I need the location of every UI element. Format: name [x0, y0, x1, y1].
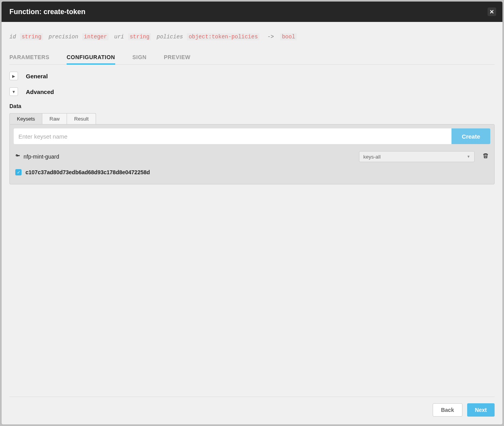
sig-param-type: string — [20, 33, 43, 40]
modal-title: Function: create-token — [9, 8, 85, 16]
trash-icon[interactable] — [482, 153, 489, 161]
predicate-select[interactable]: keys-all ▼ — [359, 151, 475, 162]
sig-param-name: precision — [49, 34, 78, 40]
sig-param-name: policies — [157, 34, 183, 40]
keyset-right: keys-all ▼ — [359, 151, 489, 162]
section-advanced: ▼ Advanced — [9, 87, 495, 96]
modal-header: Function: create-token ✕ — [2, 2, 502, 22]
close-icon: ✕ — [489, 9, 494, 15]
main-tabs: PARAMETERS CONFIGURATION SIGN PREVIEW — [9, 52, 495, 65]
subtab-result[interactable]: Result — [67, 113, 96, 124]
predicate-value: keys-all — [363, 154, 381, 160]
section-general: ▶ General — [9, 72, 495, 80]
section-title-advanced: Advanced — [26, 88, 54, 95]
check-icon: ✓ — [17, 170, 20, 175]
tab-configuration[interactable]: CONFIGURATION — [67, 52, 115, 64]
create-keyset-row: Create — [14, 128, 490, 144]
modal-footer: Back Next — [9, 397, 495, 417]
tab-parameters[interactable]: PARAMETERS — [9, 52, 49, 64]
sig-param-type: string — [128, 33, 151, 40]
sig-return-type: bool — [280, 33, 297, 40]
create-button[interactable]: Create — [451, 128, 490, 144]
key-checkbox[interactable]: ✓ — [15, 169, 22, 175]
data-panel: Create nfp-mint-guard keys-all ▼ — [9, 124, 495, 184]
sig-param-type: integer — [82, 33, 109, 40]
data-subtabs: Keysets Raw Result — [9, 113, 495, 124]
chevron-down-icon: ▼ — [12, 90, 16, 94]
tab-preview[interactable]: PREVIEW — [164, 52, 190, 64]
subtab-raw[interactable]: Raw — [42, 113, 67, 124]
sig-arrow: -> — [267, 34, 274, 40]
expand-toggle-advanced[interactable]: ▼ — [9, 87, 18, 96]
section-title-general: General — [26, 73, 48, 79]
back-button[interactable]: Back — [433, 403, 462, 417]
function-signature: id string precision integer uri string p… — [9, 30, 495, 52]
sig-param-name: id — [9, 34, 16, 40]
close-button[interactable]: ✕ — [488, 7, 496, 16]
key-icon — [15, 153, 20, 160]
sig-param-type: object:token-policies — [187, 33, 259, 40]
keyset-name-input[interactable] — [14, 128, 451, 144]
key-hash: c107c37ad80d73edb6ad68d93c178d8e0472258d — [25, 169, 150, 175]
function-modal: Function: create-token ✕ id string preci… — [2, 2, 502, 424]
subtab-keysets[interactable]: Keysets — [9, 113, 42, 124]
sig-param-name: uri — [114, 34, 124, 40]
tab-sign[interactable]: SIGN — [132, 52, 147, 64]
keyset-row: nfp-mint-guard keys-all ▼ — [14, 151, 490, 162]
chevron-down-icon: ▼ — [467, 155, 470, 159]
key-row: ✓ c107c37ad80d73edb6ad68d93c178d8e047225… — [14, 169, 490, 180]
keyset-left: nfp-mint-guard — [15, 153, 59, 160]
data-label: Data — [9, 103, 495, 109]
next-button[interactable]: Next — [467, 403, 495, 417]
expand-toggle-general[interactable]: ▶ — [9, 72, 18, 80]
modal-body: id string precision integer uri string p… — [2, 22, 502, 424]
keyset-name: nfp-mint-guard — [24, 153, 59, 160]
chevron-right-icon: ▶ — [12, 74, 15, 78]
